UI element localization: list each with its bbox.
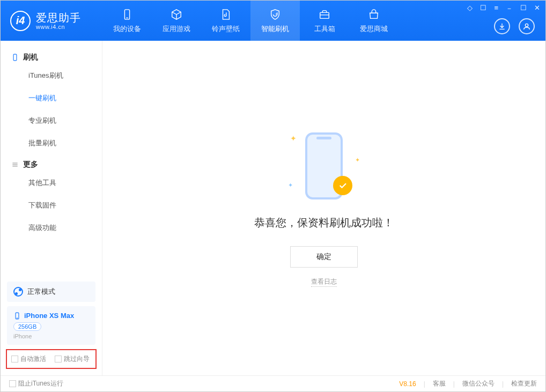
sidebar-item-oneclick-flash[interactable]: 一键刷机 (1, 87, 102, 109)
ok-button[interactable]: 确定 (290, 246, 358, 268)
footer-link-update[interactable]: 检查更新 (511, 379, 537, 388)
download-icon[interactable] (494, 18, 510, 34)
sidebar-group-more: 更多 (1, 154, 102, 172)
nav-label: 智能刷机 (261, 24, 289, 34)
app-header: i4 爱思助手 www.i4.cn 我的设备 应用游戏 铃声壁纸 智能刷机 工具… (1, 1, 545, 41)
separator: | (502, 380, 504, 388)
skin-icon[interactable]: ◇ (467, 4, 473, 13)
footer-left: 阻止iTunes运行 (9, 379, 63, 388)
device-box[interactable]: iPhone XS Max 256GB iPhone (7, 306, 95, 345)
logo-area: i4 爱思助手 www.i4.cn (1, 1, 102, 41)
footer-link-support[interactable]: 客服 (433, 379, 446, 388)
main-nav: 我的设备 应用游戏 铃声壁纸 智能刷机 工具箱 爱思商城 (102, 1, 399, 41)
mode-label: 正常模式 (27, 287, 55, 297)
svg-point-3 (525, 24, 528, 26)
sidebar-item-other-tools[interactable]: 其他工具 (1, 172, 102, 194)
sidebar-group-title: 更多 (23, 160, 38, 169)
nav-label: 爱思商城 (360, 24, 388, 34)
success-check-icon (333, 176, 352, 195)
logo-icon: i4 (10, 11, 31, 31)
main-content: ✦ ✦ ✦ 恭喜您，保资料刷机成功啦！ 确定 查看日志 (102, 41, 545, 375)
sidebar: 刷机 iTunes刷机 一键刷机 专业刷机 批量刷机 更多 其他工具 下载固件 … (1, 41, 102, 375)
sidebar-bottom: 正常模式 iPhone XS Max 256GB iPhone 自动激活 跳过向… (1, 277, 102, 375)
feedback-icon[interactable]: ☐ (480, 4, 486, 13)
footer-link-wechat[interactable]: 微信公众号 (462, 379, 495, 388)
nav-ringtones-wallpapers[interactable]: 铃声壁纸 (201, 1, 250, 41)
success-message: 恭喜您，保资料刷机成功啦！ (254, 216, 394, 230)
footer-right: V8.16 | 客服 | 微信公众号 | 检查更新 (399, 379, 537, 388)
sidebar-item-advanced[interactable]: 高级功能 (1, 217, 102, 239)
checkbox-label: 跳过向导 (64, 355, 90, 363)
refresh-shield-icon (268, 8, 282, 21)
nav-label: 铃声壁纸 (212, 24, 240, 34)
device-name: iPhone XS Max (24, 312, 74, 320)
svg-rect-4 (13, 54, 17, 61)
checkbox-highlight-row: 自动激活 跳过向导 (6, 349, 97, 369)
device-icon (120, 8, 134, 21)
music-file-icon (219, 8, 233, 21)
block-itunes-checkbox[interactable]: 阻止iTunes运行 (9, 379, 63, 388)
maximize-button[interactable]: ☐ (520, 4, 527, 13)
sidebar-item-batch-flash[interactable]: 批量刷机 (1, 132, 102, 154)
svg-rect-2 (320, 12, 329, 18)
nav-smart-flash[interactable]: 智能刷机 (250, 1, 300, 41)
checkbox-label: 自动激活 (20, 355, 46, 363)
success-illustration: ✦ ✦ ✦ (300, 130, 348, 205)
separator: | (453, 380, 455, 388)
mode-box[interactable]: 正常模式 (7, 282, 95, 302)
nav-toolbox[interactable]: 工具箱 (300, 1, 349, 41)
menu-icon[interactable]: ≡ (494, 4, 498, 13)
close-button[interactable]: ✕ (534, 4, 540, 13)
cube-icon (169, 8, 183, 21)
toolbox-icon (318, 8, 331, 21)
body-area: 刷机 iTunes刷机 一键刷机 专业刷机 批量刷机 更多 其他工具 下载固件 … (1, 41, 545, 375)
sidebar-group-title: 刷机 (23, 53, 38, 62)
sidebar-group-flash: 刷机 (1, 47, 102, 64)
app-title: 爱思助手 (36, 12, 81, 24)
nav-label: 工具箱 (314, 24, 335, 34)
checkbox-label: 阻止iTunes运行 (18, 380, 63, 387)
sidebar-item-download-firmware[interactable]: 下载固件 (1, 194, 102, 217)
user-icon[interactable] (519, 18, 535, 34)
footer: 阻止iTunes运行 V8.16 | 客服 | 微信公众号 | 检查更新 (1, 375, 545, 391)
phone-small-icon (13, 312, 21, 320)
view-log-link[interactable]: 查看日志 (311, 277, 337, 287)
sparkle-icon: ✦ (288, 182, 293, 189)
skip-guide-checkbox[interactable]: 跳过向导 (55, 354, 90, 364)
nav-label: 我的设备 (113, 24, 141, 34)
sidebar-item-pro-flash[interactable]: 专业刷机 (1, 109, 102, 132)
auto-activate-checkbox[interactable]: 自动激活 (11, 354, 46, 364)
separator: | (424, 380, 425, 388)
device-name-row: iPhone XS Max (13, 312, 89, 320)
phone-outline-icon (11, 54, 19, 61)
sidebar-item-itunes-flash[interactable]: iTunes刷机 (1, 64, 102, 87)
device-storage-badge: 256GB (13, 322, 41, 331)
nav-shop[interactable]: 爱思商城 (349, 1, 399, 41)
sparkle-icon: ✦ (290, 134, 297, 143)
sparkle-icon: ✦ (355, 157, 360, 164)
nav-apps-games[interactable]: 应用游戏 (152, 1, 201, 41)
logo-text: 爱思助手 www.i4.cn (36, 12, 81, 30)
nav-label: 应用游戏 (163, 24, 190, 34)
app-subtitle: www.i4.cn (36, 24, 81, 30)
version-label: V8.16 (399, 380, 416, 388)
device-type: iPhone (13, 333, 89, 339)
shop-icon (367, 8, 381, 21)
header-right-icons (494, 18, 535, 34)
list-icon (11, 161, 19, 168)
mode-status-icon (13, 287, 23, 297)
window-controls: ◇ ☐ ≡ － ☐ ✕ (467, 4, 540, 13)
minimize-button[interactable]: － (506, 4, 513, 13)
nav-my-device[interactable]: 我的设备 (102, 1, 152, 41)
